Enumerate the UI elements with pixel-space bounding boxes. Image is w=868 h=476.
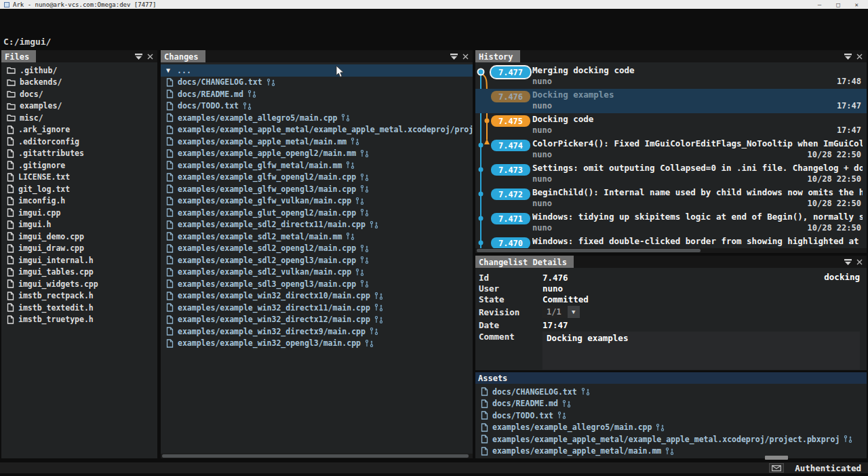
file-tree-item[interactable]: LICENSE.txt <box>1 172 157 184</box>
history-hscrollbar[interactable] <box>475 248 867 253</box>
changed-file-row[interactable]: docs/TODO.txt <box>161 100 473 113</box>
file-tree-item[interactable]: .ark_ignore <box>1 124 157 136</box>
file-tree-item[interactable]: git_log.txt <box>1 183 157 195</box>
changed-file-path: examples/example_apple_metal/main.mm <box>178 137 347 146</box>
maximize-button[interactable]: □ <box>836 1 840 8</box>
assets-scrollbar-thumb[interactable] <box>765 456 788 460</box>
field-value: Committed <box>542 294 589 304</box>
changes-tab[interactable]: Changes <box>161 50 205 62</box>
changes-hscrollbar[interactable] <box>161 454 473 458</box>
changed-file-row[interactable]: examples/example_sdl2_directx11/main.cpp <box>161 219 473 231</box>
changed-file-row[interactable]: examples/example_apple_metal/main.mm <box>161 136 473 148</box>
asset-row[interactable]: examples/example_apple_metal/main.mm <box>475 445 867 458</box>
mail-icon[interactable] <box>769 463 784 473</box>
commit-title: Docking examples <box>532 90 863 100</box>
commit-row[interactable]: 7.471Windows: tidying up skipitems logic… <box>475 211 867 235</box>
commit-row[interactable]: 7.477Merging docking codenuno17:48 <box>475 64 867 89</box>
file-name: imstb_truetype.h <box>18 315 94 324</box>
changed-file-row[interactable]: docs/README.md <box>161 88 473 100</box>
asset-row[interactable]: docs/README.md <box>475 398 867 410</box>
revision-dropdown-button[interactable]: ▼ <box>568 306 580 318</box>
changed-file-row[interactable]: examples/example_win32_directx10/main.cp… <box>161 290 473 302</box>
changed-file-row[interactable]: examples/example_win32_directx11/main.cp… <box>161 302 473 314</box>
revision-badge[interactable]: 7.473 <box>491 164 530 176</box>
file-tree-item[interactable]: .gitattributes <box>1 148 157 160</box>
minimize-button[interactable]: – <box>818 1 821 8</box>
changed-file-row[interactable]: docs/CHANGELOG.txt <box>161 77 473 89</box>
revision-badge[interactable]: 7.472 <box>491 189 530 200</box>
commit-row[interactable]: 7.475Docking codenuno17:47 <box>475 113 867 138</box>
revision-badge[interactable]: 7.476 <box>491 91 530 102</box>
changed-file-row[interactable]: examples/example_glfw_opengl3/main.cpp <box>161 183 473 195</box>
close-icon[interactable] <box>856 258 863 266</box>
close-icon[interactable] <box>146 53 154 60</box>
commit-row[interactable]: 7.472BeginChild(): Internal name used by… <box>475 186 867 211</box>
commit-title: Windows: fixed double-clicked border fro… <box>532 236 863 246</box>
asset-path: examples/example_apple_metal/example_app… <box>492 435 840 444</box>
revision-badge[interactable]: 7.470 <box>491 237 530 248</box>
revision-badge[interactable]: 7.477 <box>491 66 530 78</box>
revision-badge[interactable]: 7.471 <box>491 213 530 224</box>
file-tree-item[interactable]: .github/ <box>1 64 157 77</box>
changed-file-row[interactable]: examples/example_win32_opengl3/main.cpp <box>161 338 473 350</box>
changed-file-row[interactable]: examples/example_sdl2_opengl2/main.cpp <box>161 243 473 255</box>
asset-row[interactable]: examples/example_apple_opengl2/main.mm <box>475 457 867 458</box>
file-tree-item[interactable]: backends/ <box>1 77 157 89</box>
asset-row[interactable]: examples/example_allegro5/main.cpp <box>475 422 867 434</box>
commit-row[interactable]: 7.473Settings: omit outputing Collapsed=… <box>475 162 867 186</box>
file-tree-item[interactable]: docs/ <box>1 88 157 100</box>
files-tab[interactable]: Files <box>1 50 36 62</box>
changed-file-row[interactable]: examples/example_sdl2_vulkan/main.cpp <box>161 266 473 279</box>
file-name: imgui.cpp <box>18 208 60 218</box>
close-icon[interactable] <box>856 53 863 60</box>
revision-badge[interactable]: 7.474 <box>491 140 530 151</box>
filter-icon[interactable] <box>450 52 458 60</box>
file-tree-item[interactable]: misc/ <box>1 112 157 124</box>
file-tree-item[interactable]: imgui_internal.h <box>1 254 157 266</box>
file-tree-item[interactable]: .gitignore <box>1 159 157 172</box>
file-tree-item[interactable]: imstb_truetype.h <box>1 314 157 326</box>
file-tree-item[interactable]: imgui.cpp <box>1 207 157 219</box>
file-tree-item[interactable]: imgui_demo.cpp <box>1 231 157 243</box>
changed-file-row[interactable]: examples/example_glfw_vulkan/main.cpp <box>161 195 473 207</box>
changed-file-row[interactable]: examples/example_apple_metal/example_app… <box>161 124 473 136</box>
filter-icon[interactable] <box>844 52 852 60</box>
changed-file-row[interactable]: examples/example_sdl2_opengl3/main.cpp <box>161 254 473 266</box>
changed-file-row[interactable]: examples/example_glfw_opengl2/main.cpp <box>161 172 473 184</box>
comment-textbox[interactable]: Docking examples <box>542 332 860 370</box>
changed-file-row[interactable]: examples/example_sdl2_metal/main.mm <box>161 231 473 243</box>
close-icon[interactable] <box>462 53 469 60</box>
file-tree-item[interactable]: imstb_rectpack.h <box>1 290 157 302</box>
changed-file-row[interactable]: examples/example_allegro5/main.cpp <box>161 112 473 124</box>
menubar <box>0 9 868 22</box>
file-tree-item[interactable]: imstb_textedit.h <box>1 302 157 314</box>
asset-row[interactable]: examples/example_apple_metal/example_app… <box>475 433 867 445</box>
changed-file-row[interactable]: examples/example_glfw_metal/main.mm <box>161 159 473 172</box>
asset-row[interactable]: docs/CHANGELOG.txt <box>475 386 867 398</box>
file-tree-item[interactable]: imgui_tables.cpp <box>1 266 157 279</box>
details-tab[interactable]: Changelist Details <box>475 256 574 268</box>
close-button[interactable]: ✕ <box>855 1 859 8</box>
collapse-triangle-icon[interactable]: ▼ <box>166 66 170 74</box>
commit-row[interactable]: 7.476Docking examplesnuno17:47 <box>475 89 867 113</box>
changed-file-row[interactable]: examples/example_apple_opengl2/main.mm <box>161 148 473 160</box>
file-tree-item[interactable]: .editorconfig <box>1 136 157 148</box>
file-tree-item[interactable]: imgui_draw.cpp <box>1 243 157 255</box>
filter-icon[interactable] <box>134 52 143 60</box>
file-tree-item[interactable]: imgui_widgets.cpp <box>1 278 157 290</box>
revision-badge[interactable]: 7.475 <box>491 115 530 127</box>
asset-row[interactable]: docs/TODO.txt <box>475 410 867 422</box>
filter-icon[interactable] <box>844 258 852 266</box>
file-tree-item[interactable]: examples/ <box>1 100 157 113</box>
changed-file-row[interactable]: examples/example_win32_directx9/main.cpp <box>161 325 473 338</box>
changed-file-path: examples/example_sdl2_opengl3/main.cpp <box>178 256 356 265</box>
changed-file-row[interactable]: examples/example_sdl3_opengl3/main.cpp <box>161 278 473 290</box>
commit-row[interactable]: 7.474ColorPicker4(): Fixed ImGuiColorEdi… <box>475 138 867 162</box>
file-tree-item[interactable]: imgui.h <box>1 219 157 231</box>
changed-file-row[interactable]: examples/example_glut_opengl2/main.cpp <box>161 207 473 219</box>
history-tab[interactable]: History <box>475 50 520 62</box>
commit-row[interactable]: 7.470Windows: fixed double-clicked borde… <box>475 235 867 248</box>
changed-file-row[interactable]: examples/example_win32_directx12/main.cp… <box>161 314 473 326</box>
file-tree-item[interactable]: imconfig.h <box>1 195 157 207</box>
changes-root-row[interactable]: ▼... <box>161 64 473 77</box>
